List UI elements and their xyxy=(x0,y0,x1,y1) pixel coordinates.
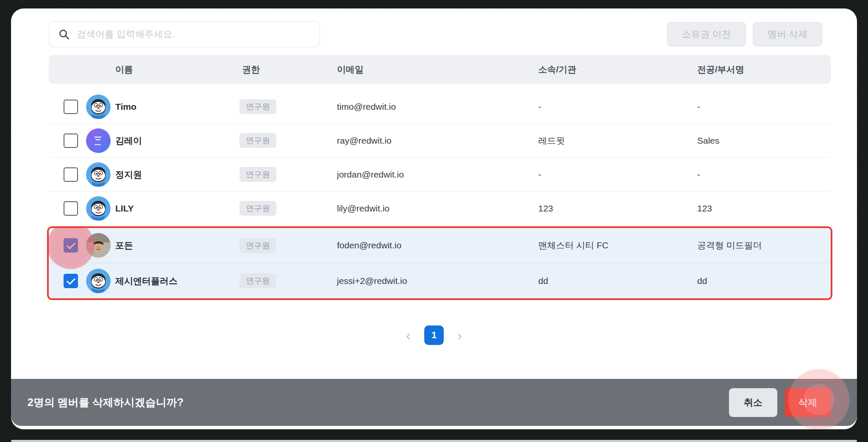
role-badge: 연구원 xyxy=(239,167,276,182)
row-avatar-cell xyxy=(86,196,115,221)
avatar xyxy=(86,95,111,119)
delete-confirm-message: 2명의 멤버를 삭제하시겠습니까? xyxy=(28,395,184,409)
table-row: Timo 연구원 timo@redwit.io - - xyxy=(49,90,831,124)
avatar xyxy=(86,128,111,153)
header-email: 이메일 xyxy=(337,64,530,75)
mascot-avatar-icon xyxy=(86,269,111,293)
role-badge: 연구원 xyxy=(239,273,276,288)
row-avatar-cell xyxy=(86,95,115,119)
footer-actions: 취소 삭제 xyxy=(729,388,831,417)
cancel-button[interactable]: 취소 xyxy=(729,388,777,417)
row-checkbox-cell xyxy=(49,158,86,191)
mascot-avatar-icon xyxy=(86,95,111,119)
avatar xyxy=(86,162,111,187)
toolbar: 소유권 이전 멤버 삭제 xyxy=(667,22,822,47)
screenshot-frame: 소유권 이전 멤버 삭제 이름 권한 이메일 소속/기관 전공/부서명 xyxy=(0,0,868,442)
member-name: 정지원 xyxy=(115,169,239,181)
avatar xyxy=(86,233,111,258)
member-org: dd xyxy=(530,276,687,286)
member-dept: Sales xyxy=(687,136,831,146)
member-name: 김레이 xyxy=(115,135,239,147)
member-org: - xyxy=(530,102,687,112)
row-checkbox[interactable] xyxy=(64,238,78,253)
row-checkbox[interactable] xyxy=(64,201,78,216)
row-avatar-cell xyxy=(86,269,115,293)
search-input[interactable] xyxy=(77,29,310,40)
delete-confirm-bar: 2명의 멤버를 삭제하시겠습니까? 취소 삭제 xyxy=(11,379,857,426)
mascot-avatar-icon xyxy=(86,162,111,187)
header-dept: 전공/부서명 xyxy=(687,64,831,75)
role-badge: 연구원 xyxy=(239,99,276,114)
row-checkbox-cell xyxy=(49,228,86,263)
photo-avatar-icon xyxy=(86,233,111,258)
member-management-window: 소유권 이전 멤버 삭제 이름 권한 이메일 소속/기관 전공/부서명 xyxy=(11,8,857,429)
row-role-cell: 연구원 xyxy=(239,99,337,114)
transfer-ownership-button[interactable]: 소유권 이전 xyxy=(667,22,746,47)
row-role-cell: 연구원 xyxy=(239,238,337,253)
member-table-body: Timo 연구원 timo@redwit.io - - 김레이 연구원 ray@… xyxy=(49,90,831,300)
table-row: 김레이 연구원 ray@redwit.io 레드윗 Sales xyxy=(49,124,831,158)
pagination-prev-icon[interactable]: ‹ xyxy=(404,328,412,342)
row-checkbox[interactable] xyxy=(64,167,78,182)
row-role-cell: 연구원 xyxy=(239,167,337,182)
row-role-cell: 연구원 xyxy=(239,273,337,288)
logo-avatar-icon xyxy=(86,128,111,153)
role-badge: 연구원 xyxy=(239,133,276,148)
member-dept: - xyxy=(687,102,831,112)
header-role: 권한 xyxy=(239,64,337,75)
avatar xyxy=(86,269,111,293)
role-badge: 연구원 xyxy=(239,201,276,216)
member-email: jessi+2@redwit.io xyxy=(337,276,530,286)
member-dept: dd xyxy=(687,276,831,286)
header-name: 이름 xyxy=(115,64,239,75)
search-box xyxy=(49,21,320,47)
selected-rows-group: 포든 연구원 foden@redwit.io 맨체스터 시티 FC 공격형 미드… xyxy=(47,226,832,300)
member-org: 123 xyxy=(530,203,687,214)
row-avatar-cell xyxy=(86,128,115,153)
header-org: 소속/기관 xyxy=(530,64,687,75)
avatar xyxy=(86,196,111,221)
row-checkbox[interactable] xyxy=(64,133,78,148)
member-email: timo@redwit.io xyxy=(337,102,530,112)
member-org: - xyxy=(530,170,687,180)
row-checkbox-cell xyxy=(49,90,86,123)
row-checkbox[interactable] xyxy=(64,274,78,288)
row-avatar-cell xyxy=(86,233,115,258)
member-dept: 공격형 미드필더 xyxy=(687,239,831,251)
table-row: LILY 연구원 lily@redwit.io 123 123 xyxy=(49,192,831,225)
row-avatar-cell xyxy=(86,162,115,187)
member-table: 이름 권한 이메일 소속/기관 전공/부서명 Timo 연구원 timo xyxy=(49,55,831,300)
row-checkbox-cell xyxy=(49,192,86,225)
search-icon xyxy=(58,29,70,40)
member-email: ray@redwit.io xyxy=(337,136,530,146)
table-header-row: 이름 권한 이메일 소속/기관 전공/부서명 xyxy=(49,55,831,84)
table-row: 정지원 연구원 jordan@redwit.io - - xyxy=(49,158,831,192)
pagination-next-icon[interactable]: › xyxy=(456,328,464,342)
member-email: lily@redwit.io xyxy=(337,203,530,214)
member-org: 맨체스터 시티 FC xyxy=(530,239,687,251)
row-checkbox-cell xyxy=(49,263,86,298)
delete-member-button[interactable]: 멤버 삭제 xyxy=(753,22,822,47)
member-email: jordan@redwit.io xyxy=(337,170,530,180)
member-name: 제시엔터플러스 xyxy=(115,275,239,287)
role-badge: 연구원 xyxy=(239,238,276,253)
member-name: LILY xyxy=(115,203,239,214)
row-role-cell: 연구원 xyxy=(239,133,337,148)
mascot-avatar-icon xyxy=(86,196,111,221)
table-row: 포든 연구원 foden@redwit.io 맨체스터 시티 FC 공격형 미드… xyxy=(49,228,831,263)
table-row: 제시엔터플러스 연구원 jessi+2@redwit.io dd dd xyxy=(49,263,831,298)
member-org: 레드윗 xyxy=(530,135,687,147)
pagination-page-1[interactable]: 1 xyxy=(424,325,444,345)
delete-button[interactable]: 삭제 xyxy=(785,388,831,417)
member-dept: - xyxy=(687,170,831,180)
pagination: ‹ 1 › xyxy=(11,325,857,346)
member-dept: 123 xyxy=(687,203,831,214)
row-role-cell: 연구원 xyxy=(239,201,337,216)
row-checkbox-cell xyxy=(49,124,86,157)
member-name: Timo xyxy=(115,102,239,112)
row-checkbox[interactable] xyxy=(64,100,78,114)
member-email: foden@redwit.io xyxy=(337,240,530,250)
member-name: 포든 xyxy=(115,239,239,251)
